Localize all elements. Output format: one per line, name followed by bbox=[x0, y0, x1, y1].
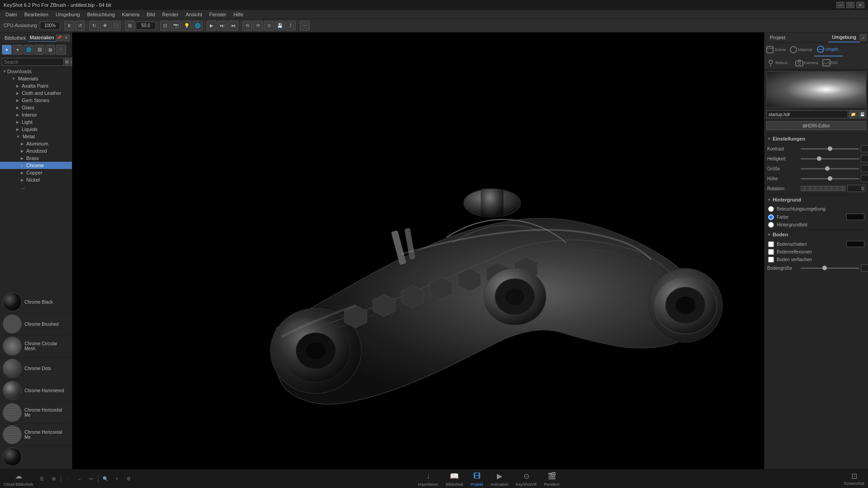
search-filter-btn[interactable]: ⊞ bbox=[65, 58, 69, 66]
rotation-slider[interactable] bbox=[801, 186, 845, 191]
forward-btn[interactable]: ⏭ bbox=[217, 21, 227, 31]
right-subtab-scene[interactable]: Scene bbox=[764, 43, 787, 56]
tree-metal[interactable]: ▼ Metal bbox=[0, 133, 72, 140]
panel-close-button[interactable]: ✕ bbox=[63, 35, 70, 41]
bottom-tab-projekt[interactable]: 🎞 Projekt bbox=[471, 471, 483, 487]
favorites2-lib-icon[interactable]: ♡ bbox=[56, 45, 66, 55]
right-subtab-umgebung[interactable]: Umgeb... bbox=[814, 43, 844, 56]
radio-hintergrundbild-input[interactable] bbox=[768, 222, 774, 228]
tree-gem-stones[interactable]: ▶ Gem Stones bbox=[0, 97, 72, 104]
tree-light[interactable]: ▶ Light bbox=[0, 118, 72, 126]
tree-liquids[interactable]: ▶ Liquids bbox=[0, 126, 72, 133]
viewport[interactable] bbox=[72, 33, 764, 469]
textures-lib-icon[interactable]: ▦ bbox=[45, 45, 55, 55]
bottom-tab-animation[interactable]: ▶ Animation bbox=[491, 471, 509, 487]
tree-downloads[interactable]: ▼ Downloads bbox=[0, 68, 72, 75]
hoehe-value[interactable] bbox=[861, 175, 868, 182]
add-bottom-icon[interactable]: + bbox=[112, 474, 122, 484]
bodengroesse-slider[interactable] bbox=[801, 267, 859, 269]
check-bodenreflexionen-input[interactable] bbox=[768, 249, 774, 255]
search-bottom-icon[interactable]: 🔍 bbox=[100, 474, 110, 484]
minimize-button[interactable]: ─ bbox=[836, 2, 844, 8]
hintergrund-section-header[interactable]: ▼ Hintergrund bbox=[766, 195, 866, 204]
check-bodenschatten-input[interactable] bbox=[768, 241, 774, 247]
grid-view-icon[interactable]: ⊞ bbox=[49, 474, 59, 484]
menu-kamera[interactable]: Kamera bbox=[118, 11, 143, 18]
check-bodenverflachen-input[interactable] bbox=[768, 257, 774, 263]
pause-btn[interactable]: ⏸ bbox=[64, 21, 74, 31]
kontrast-value[interactable] bbox=[861, 145, 868, 152]
size-lg-icon[interactable]: ═ bbox=[86, 474, 96, 484]
tree-interior[interactable]: ▶ Interior bbox=[0, 111, 72, 118]
cloud-bibliothek[interactable]: ☁ Cloud-Bibliothek bbox=[4, 471, 33, 487]
right-panel-expand-btn[interactable]: ⤢ bbox=[860, 34, 866, 41]
grid-btn[interactable]: ⊞ bbox=[125, 21, 135, 31]
tree-nickel[interactable]: ▶ Nickel bbox=[0, 176, 72, 183]
more-btn[interactable]: ⋯ bbox=[300, 21, 310, 31]
tree-anodized[interactable]: ▶ Anodized bbox=[0, 147, 72, 155]
list-view-icon[interactable]: ☰ bbox=[37, 474, 47, 484]
hdri-editor-button[interactable]: ⊞ HDRI-Editor bbox=[766, 121, 866, 130]
menu-beleuchtung[interactable]: Beleuchtung bbox=[84, 11, 118, 18]
maximize-button[interactable]: □ bbox=[846, 2, 854, 8]
rotation-value[interactable] bbox=[847, 185, 865, 192]
hdr-filename-input[interactable] bbox=[766, 110, 848, 118]
hdr-save-btn[interactable]: 💾 bbox=[858, 110, 866, 118]
mat-item-chrome-horiz1[interactable]: Chrome Horizontal Me bbox=[1, 402, 71, 424]
value-input[interactable] bbox=[136, 22, 156, 30]
tree-axalta[interactable]: ▶ Axalta Paint bbox=[0, 82, 72, 89]
env-btn[interactable]: 🌐 bbox=[193, 21, 203, 31]
hoehe-slider[interactable] bbox=[801, 178, 859, 179]
tree-materials[interactable]: ▼ Materials bbox=[0, 75, 72, 82]
right-subtab-material[interactable]: Material bbox=[787, 43, 814, 56]
bottom-tab-rendern[interactable]: 🎬 Rendern bbox=[544, 471, 560, 487]
farbe-color-swatch[interactable] bbox=[846, 214, 864, 220]
mat-item-chrome-dots[interactable]: Chrome Dots bbox=[1, 357, 71, 380]
settings-bottom-icon[interactable]: ⚙ bbox=[124, 474, 134, 484]
radio-beleuchtungsumgebung-input[interactable] bbox=[768, 206, 774, 212]
menu-datei[interactable]: Datei bbox=[2, 11, 21, 18]
refresh-btn[interactable]: ↺ bbox=[75, 21, 85, 31]
mat-item-chrome-brushed[interactable]: Chrome Brushed bbox=[1, 313, 71, 335]
kontrast-slider[interactable] bbox=[801, 148, 859, 150]
materials-lib-icon[interactable]: ● bbox=[2, 45, 12, 55]
zoom-fit-btn[interactable]: ⊡ bbox=[160, 21, 170, 31]
mat-item-chrome-circular[interactable]: Chrome Circular Mesh bbox=[1, 335, 71, 357]
zoom-input[interactable] bbox=[40, 22, 60, 30]
right-subtab-beleuc[interactable]: Beleuc... bbox=[764, 56, 793, 69]
play-btn[interactable]: ▶ bbox=[207, 21, 217, 31]
mat-item-chrome-last[interactable] bbox=[1, 446, 71, 468]
menu-fenster[interactable]: Fenster bbox=[206, 11, 230, 18]
right-tab-projekt[interactable]: Projekt bbox=[766, 33, 789, 42]
menu-bearbeiten[interactable]: Bearbeiten bbox=[21, 11, 52, 18]
mat-item-chrome-black[interactable]: Chrome Black bbox=[1, 291, 71, 313]
move-btn[interactable]: ✥ bbox=[100, 21, 110, 31]
undo-btn[interactable]: ⟲ bbox=[242, 21, 252, 31]
menu-bild[interactable]: Bild bbox=[143, 11, 158, 18]
save-btn[interactable]: 💾 bbox=[275, 21, 285, 31]
size-sm-icon[interactable]: – bbox=[75, 474, 85, 484]
environments-lib-icon[interactable]: 🌐 bbox=[24, 45, 33, 55]
menu-umgebung[interactable]: Umgebung bbox=[52, 11, 84, 18]
camera-btn[interactable]: 📷 bbox=[171, 21, 181, 31]
export-btn[interactable]: ⤴ bbox=[286, 21, 296, 31]
right-tab-umgebung[interactable]: Umgebung bbox=[828, 33, 860, 42]
tree-copper[interactable]: ▶ Copper bbox=[0, 169, 72, 176]
menu-ansicht[interactable]: Ansicht bbox=[182, 11, 206, 18]
light-btn[interactable]: 💡 bbox=[182, 21, 192, 31]
right-subtab-bild[interactable]: Bild bbox=[820, 56, 840, 69]
close-button[interactable]: ✕ bbox=[856, 2, 864, 8]
backgrounds-lib-icon[interactable]: 🖼 bbox=[34, 45, 44, 55]
mat-item-chrome-horiz2[interactable]: Chrome Horizontal Me bbox=[1, 424, 71, 446]
einstellungen-section-header[interactable]: ▼ Einstellungen bbox=[766, 134, 866, 143]
bottom-tab-keyshotvr[interactable]: ⊙ KeyShotVR bbox=[516, 471, 537, 487]
mat-item-chrome-hammered[interactable]: Chrome Hammered bbox=[1, 380, 71, 402]
bottom-tab-importieren[interactable]: ↓ Importieren bbox=[418, 471, 439, 487]
tab-bibliothek[interactable]: Bibliothek bbox=[3, 34, 28, 42]
tree-more[interactable]: ... bbox=[0, 183, 72, 191]
tab-materialien[interactable]: Materialien bbox=[28, 34, 56, 42]
hdr-folder-btn[interactable]: 📁 bbox=[849, 110, 857, 118]
radio-farbe-input[interactable] bbox=[768, 214, 774, 220]
favorites-lib-icon[interactable]: ★ bbox=[13, 45, 23, 55]
search-input[interactable] bbox=[2, 58, 64, 66]
